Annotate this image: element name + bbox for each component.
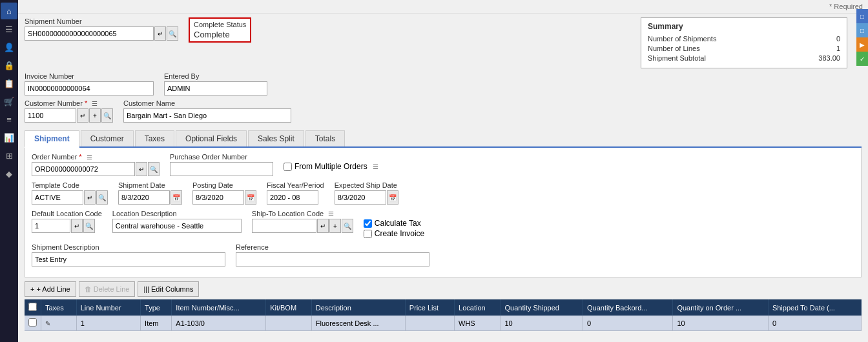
sidebar-icon-menu[interactable]: ☰: [1, 21, 17, 37]
summary-panel: Summary Number of Shipments 0 Number of …: [641, 17, 847, 68]
fiscal-year-input[interactable]: 2020 - 08: [267, 190, 318, 205]
ship-to-location-input[interactable]: [252, 219, 316, 233]
tab-totals[interactable]: Totals: [305, 130, 345, 146]
template-code-nav-btn[interactable]: ↵: [84, 190, 96, 205]
col-line-number: Line Number: [76, 299, 140, 316]
customer-number-settings-icon[interactable]: ☰: [92, 100, 98, 107]
customer-name-input[interactable]: Bargain Mart - San Diego: [123, 108, 291, 123]
row-checkbox[interactable]: [28, 318, 37, 327]
default-location-search-btn[interactable]: 🔍: [83, 219, 95, 233]
add-line-icon: +: [30, 285, 34, 293]
cell-item-number: A1-103/0: [172, 316, 266, 331]
sidebar-icon-grid[interactable]: ⊞: [1, 147, 17, 164]
delete-line-button[interactable]: 🗑 Delete Line: [79, 281, 136, 297]
edit-columns-button[interactable]: ||| Edit Columns: [138, 281, 199, 297]
customer-number-search-btn[interactable]: 🔍: [101, 108, 113, 123]
invoice-number-group: Invoice Number IN00000000000064: [25, 72, 154, 96]
tab-customer[interactable]: Customer: [81, 130, 134, 146]
order-number-settings-icon[interactable]: ☰: [87, 154, 92, 161]
reference-label: Reference: [236, 243, 429, 251]
col-type: Type: [141, 299, 172, 316]
customer-name-label: Customer Name: [123, 99, 291, 107]
tab-row-2: Template Code ACTIVE ↵ 🔍 Shipment Date 8…: [32, 181, 854, 205]
shipment-number-group: Shipment Number SH00000000000000000065 ↵…: [25, 17, 178, 41]
customer-number-label: Customer Number * ☰: [25, 99, 113, 107]
from-multiple-orders-settings-icon[interactable]: ☰: [373, 163, 378, 170]
add-line-button[interactable]: + + Add Line: [25, 281, 76, 297]
col-description: Description: [311, 299, 405, 316]
shipment-number-search-btn[interactable]: 🔍: [167, 26, 178, 41]
summary-label-0: Number of Shipments: [648, 35, 716, 43]
sidebar-icon-diamond[interactable]: ◆: [1, 165, 17, 182]
order-number-search-btn[interactable]: 🔍: [148, 162, 160, 176]
entered-by-group: Entered By ADMIN: [164, 72, 267, 96]
template-code-input[interactable]: ACTIVE: [32, 190, 83, 205]
ship-to-location-label: Ship-To Location Code ☰: [252, 210, 353, 217]
table-section: + + Add Line 🗑 Delete Line ||| Edit Colu…: [25, 281, 862, 342]
summary-title: Summary: [648, 22, 840, 31]
sidebar: ⌂ ☰ 👤 🔒 📋 🛒 ≡ 📊 ⊞ ◆: [0, 0, 18, 342]
location-desc-input[interactable]: Central warehouse - Seattle: [112, 219, 242, 233]
tab-sales-split[interactable]: Sales Split: [248, 130, 304, 146]
calculate-tax-checkbox[interactable]: [364, 219, 372, 228]
tab-taxes[interactable]: Taxes: [135, 130, 174, 146]
order-number-nav-btn[interactable]: ↵: [136, 162, 147, 176]
ship-to-location-nav-btn[interactable]: ↵: [317, 219, 329, 233]
fiscal-year-label: Fiscal Year/Period: [267, 181, 324, 189]
edit-icon[interactable]: ✎: [45, 320, 50, 327]
right-icon-3[interactable]: ▶: [856, 37, 868, 52]
customer-number-add-btn[interactable]: +: [89, 108, 101, 123]
delete-line-icon: 🗑: [85, 285, 92, 293]
form-row-2: Invoice Number IN00000000000064 Entered …: [25, 72, 862, 96]
summary-label-1: Number of Lines: [648, 45, 700, 52]
ship-to-location-settings-icon[interactable]: ☰: [328, 210, 334, 217]
create-invoice-checkbox[interactable]: [364, 230, 372, 238]
order-number-input[interactable]: ORD000000000072: [32, 162, 135, 176]
right-icon-4[interactable]: ✓: [856, 52, 868, 66]
invoice-number-input[interactable]: IN00000000000064: [25, 81, 154, 96]
table-toolbar: + + Add Line 🗑 Delete Line ||| Edit Colu…: [25, 281, 862, 297]
expected-ship-input[interactable]: 8/3/2020: [335, 190, 386, 205]
ship-to-location-search-btn[interactable]: 🔍: [342, 219, 353, 233]
sidebar-icon-docs[interactable]: 📋: [1, 75, 17, 92]
shipment-date-calendar-btn[interactable]: 📅: [170, 190, 182, 205]
form-row-3: Customer Number * ☰ 1100 ↵ + 🔍 Customer …: [25, 99, 862, 123]
form-area: Shipment Number SH00000000000000000065 ↵…: [18, 14, 868, 126]
po-number-input[interactable]: [170, 162, 273, 176]
reference-input[interactable]: [236, 252, 429, 267]
sidebar-icon-chart[interactable]: 📊: [1, 129, 17, 146]
tab-shipment[interactable]: Shipment: [25, 130, 79, 148]
posting-date-input[interactable]: 8/3/2020: [192, 190, 244, 205]
cell-quantity-backord: 0: [583, 316, 672, 331]
default-location-nav-btn[interactable]: ↵: [71, 219, 83, 233]
cell-location: WHS: [455, 316, 501, 331]
template-code-search-btn[interactable]: 🔍: [96, 190, 108, 205]
col-item-number: Item Number/Misc...: [172, 299, 266, 316]
right-icon-1[interactable]: □: [856, 9, 868, 23]
shipment-number-input[interactable]: SH00000000000000000065: [25, 26, 154, 41]
shipment-date-group: Shipment Date 8/3/2020 📅: [118, 181, 182, 205]
shipment-desc-input[interactable]: Test Entry: [32, 252, 225, 267]
sidebar-icon-user[interactable]: 👤: [1, 39, 17, 55]
sidebar-icon-home[interactable]: ⌂: [1, 3, 17, 19]
shipment-number-nav-btn[interactable]: ↵: [154, 26, 166, 41]
sidebar-icon-lock[interactable]: 🔒: [1, 57, 17, 74]
cell-price-list: [405, 316, 454, 331]
customer-number-input[interactable]: 1100: [25, 108, 76, 123]
from-multiple-orders-checkbox[interactable]: [284, 163, 292, 171]
summary-row-1: Number of Lines 1: [648, 45, 840, 52]
default-location-input[interactable]: 1: [32, 219, 70, 233]
sidebar-icon-cart[interactable]: 🛒: [1, 93, 17, 110]
expected-ship-calendar-btn[interactable]: 📅: [387, 190, 398, 205]
posting-date-calendar-btn[interactable]: 📅: [245, 190, 256, 205]
shipment-date-input[interactable]: 8/3/2020: [118, 190, 170, 205]
select-all-checkbox[interactable]: [28, 303, 37, 311]
col-shipped-to-date: Shipped To Date (...: [768, 299, 861, 316]
tab-optional-fields[interactable]: Optional Fields: [176, 130, 247, 146]
customer-number-nav-btn[interactable]: ↵: [77, 108, 88, 123]
cell-quantity-shipped: 10: [501, 316, 583, 331]
entered-by-input[interactable]: ADMIN: [164, 81, 267, 96]
right-icon-2[interactable]: □: [856, 23, 868, 37]
ship-to-location-add-btn[interactable]: +: [329, 219, 341, 233]
sidebar-icon-list[interactable]: ≡: [1, 111, 17, 128]
